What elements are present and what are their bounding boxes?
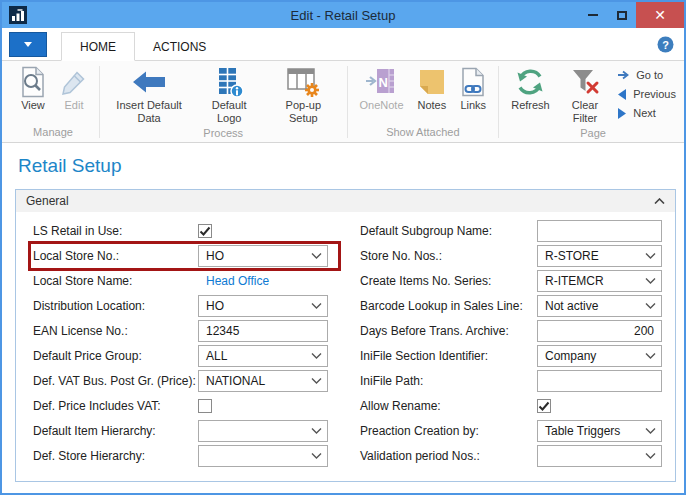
- field-label-preaction-creation-by: Preaction Creation by:: [360, 424, 537, 438]
- preaction-creation-by-dropdown[interactable]: Table Triggers: [537, 420, 662, 442]
- general-fields: LS Retail in Use:Local Store No.:HOLocal…: [16, 212, 675, 470]
- minimize-button[interactable]: [578, 2, 607, 28]
- insert-default-data-button[interactable]: Insert Default Data: [105, 62, 193, 126]
- ribbon-separator: [498, 66, 499, 138]
- field-label-allow-rename: Allow Rename:: [360, 399, 537, 413]
- view-button[interactable]: View: [12, 62, 54, 114]
- application-menu-button[interactable]: [9, 32, 47, 57]
- default-subgroup-name-input[interactable]: [537, 220, 662, 242]
- validation-period-nos-dropdown[interactable]: [537, 445, 662, 467]
- ribbon-group-show-attached: N OneNote Notes Links Show Atta: [350, 62, 495, 142]
- previous-button[interactable]: Previous: [617, 88, 676, 100]
- minimize-icon: [588, 14, 598, 16]
- group-label-process: Process: [105, 126, 342, 143]
- local-store-no-dropdown[interactable]: HO: [198, 245, 328, 267]
- next-button[interactable]: Next: [617, 107, 676, 119]
- links-button[interactable]: Links: [453, 62, 493, 114]
- view-icon: [19, 64, 47, 99]
- field-label-inifile-path: IniFile Path:: [360, 374, 537, 388]
- onenote-icon: N: [364, 64, 398, 99]
- field-row-local-store-name: Local Store Name:Head Office: [33, 270, 328, 292]
- field-label-def-vat-bus-post-gr-price: Def. VAT Bus. Post Gr. (Price):: [33, 374, 198, 388]
- chevron-down-icon: [645, 303, 656, 309]
- default-logo-icon: [214, 64, 244, 99]
- maximize-button[interactable]: [607, 2, 636, 28]
- def-vat-bus-post-gr-price-dropdown[interactable]: NATIONAL: [198, 370, 328, 392]
- chevron-down-icon: [311, 303, 322, 309]
- inifile-path-input[interactable]: [537, 370, 662, 392]
- page-content: Retail Setup General LS Retail in Use:Lo…: [2, 155, 684, 482]
- group-label-page: Page: [504, 126, 682, 143]
- clear-filter-button[interactable]: Clear Filter: [557, 62, 613, 126]
- ls-retail-in-use-checkbox[interactable]: [198, 224, 212, 238]
- edit-button[interactable]: Edit: [54, 62, 94, 114]
- default-logo-button[interactable]: Default Logo: [193, 62, 265, 126]
- svg-text:?: ?: [662, 38, 669, 50]
- field-row-local-store-no: Local Store No.:HO: [33, 245, 328, 267]
- close-button[interactable]: ✕: [636, 2, 684, 28]
- titlebar: Edit - Retail Setup ✕: [2, 2, 684, 28]
- field-label-default-item-hierarchy: Default Item Hierarchy:: [33, 424, 198, 438]
- refresh-button[interactable]: Refresh: [504, 62, 557, 114]
- field-label-validation-period-nos: Validation period Nos.:: [360, 449, 537, 463]
- page-nav-stack: Go to Previous Next: [613, 62, 682, 119]
- tab-actions[interactable]: ACTIONS: [135, 32, 224, 61]
- default-item-hierarchy-dropdown[interactable]: [198, 420, 328, 442]
- notes-button[interactable]: Notes: [411, 62, 454, 114]
- chevron-down-icon: [311, 453, 322, 459]
- field-label-local-store-name: Local Store Name:: [33, 274, 198, 288]
- help-button[interactable]: ?: [657, 36, 674, 53]
- fields-column-left: LS Retail in Use:Local Store No.:HOLocal…: [33, 220, 328, 470]
- notes-icon: [418, 64, 446, 99]
- tab-home[interactable]: HOME: [61, 32, 135, 61]
- links-icon: [460, 64, 486, 99]
- help-icon: ?: [657, 36, 674, 53]
- default-price-group-dropdown[interactable]: ALL: [198, 345, 328, 367]
- field-label-default-subgroup-name: Default Subgroup Name:: [360, 224, 537, 238]
- field-row-ean-license-no: EAN License No.:12345: [33, 320, 328, 342]
- field-label-default-price-group: Default Price Group:: [33, 349, 198, 363]
- inifile-section-identifier-dropdown[interactable]: Company: [537, 345, 662, 367]
- chevron-down-icon: [645, 353, 656, 359]
- clear-filter-icon: [570, 64, 600, 99]
- def-price-includes-vat-checkbox[interactable]: [198, 399, 212, 413]
- ribbon-group-page: Refresh Clear Filter Go to Previous: [502, 62, 684, 142]
- field-row-default-price-group: Default Price Group:ALL: [33, 345, 328, 367]
- field-label-create-items-no-series: Create Items No. Series:: [360, 274, 537, 288]
- insert-default-data-icon: [131, 64, 167, 99]
- next-icon: [617, 108, 627, 119]
- allow-rename-checkbox[interactable]: [537, 399, 551, 413]
- def-store-hierarchy-dropdown[interactable]: [198, 445, 328, 467]
- store-no-nos-dropdown[interactable]: R-STORE: [537, 245, 662, 267]
- local-store-name-link[interactable]: Head Office: [198, 274, 269, 288]
- field-label-days-before-trans-archive: Days Before Trans. Archive:: [360, 324, 537, 338]
- collapse-chevron-icon[interactable]: [654, 198, 665, 204]
- field-row-def-store-hierarchy: Def. Store Hierarchy:: [33, 445, 328, 467]
- field-row-ls-retail-in-use: LS Retail in Use:: [33, 220, 328, 242]
- create-items-no-series-dropdown[interactable]: R-ITEMCR: [537, 270, 662, 292]
- general-fasttab: General LS Retail in Use:Local Store No.…: [15, 189, 676, 482]
- chevron-down-icon: [645, 278, 656, 284]
- field-row-inifile-path: IniFile Path:: [360, 370, 662, 392]
- svg-text:N: N: [379, 74, 388, 89]
- field-row-def-vat-bus-post-gr-price: Def. VAT Bus. Post Gr. (Price):NATIONAL: [33, 370, 328, 392]
- checkmark-icon: [538, 401, 550, 412]
- close-icon: ✕: [654, 7, 666, 23]
- field-label-distribution-location: Distribution Location:: [33, 299, 198, 313]
- ribbon: View Edit Manage Insert Default Data: [2, 61, 684, 143]
- ribbon-group-manage: View Edit Manage: [10, 62, 96, 142]
- field-row-validation-period-nos: Validation period Nos.:: [360, 445, 662, 467]
- ean-license-no-input[interactable]: 12345: [198, 320, 328, 342]
- days-before-trans-archive-input[interactable]: 200: [537, 320, 662, 342]
- popup-setup-button[interactable]: Pop-up Setup: [265, 62, 341, 126]
- goto-button[interactable]: Go to: [617, 69, 676, 81]
- edit-retail-setup-window: Edit - Retail Setup ✕ HOME ACTIONS ? Vie…: [0, 0, 686, 495]
- field-row-create-items-no-series: Create Items No. Series:R-ITEMCR: [360, 270, 662, 292]
- distribution-location-dropdown[interactable]: HO: [198, 295, 328, 317]
- field-label-store-no-nos: Store No. Nos.:: [360, 249, 537, 263]
- onenote-button[interactable]: N OneNote: [352, 62, 410, 114]
- general-section-header[interactable]: General: [16, 190, 675, 212]
- field-label-barcode-lookup-in-sales-line: Barcode Lookup in Sales Line:: [360, 299, 537, 313]
- barcode-lookup-in-sales-line-dropdown[interactable]: Not active: [537, 295, 662, 317]
- section-title: General: [26, 194, 69, 208]
